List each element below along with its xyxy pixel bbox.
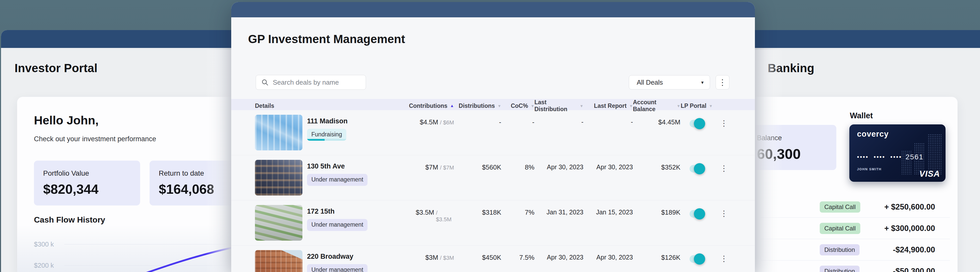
fundraising-progress-bar	[307, 139, 346, 141]
table-row[interactable]: 130 5th Ave Under management $7M/ $7M $5…	[231, 155, 755, 200]
transaction-amount: + $250,600.00	[884, 202, 935, 212]
last-distribution-value: Apr 30, 2023	[547, 163, 584, 171]
contributions-total: / $3.5M	[436, 209, 454, 223]
column-header-contributions[interactable]: Contributions ▲	[416, 103, 454, 109]
column-header-last-report[interactable]: Last Report ▼	[584, 103, 633, 109]
deal-thumbnail	[255, 205, 302, 240]
filter-caret-icon: ▼	[676, 104, 680, 108]
banking-card: Balance 60,300 Wallet covercy •••• •••• …	[738, 97, 958, 272]
status-badge: Fundraising	[307, 129, 346, 141]
lp-portal-toggle[interactable]	[690, 165, 704, 172]
last-distribution-value: Jan 31, 2023	[546, 209, 584, 216]
balance-value: 60,300	[757, 145, 827, 162]
contributions-total: / $3M	[440, 254, 454, 261]
lp-portal-toggle[interactable]	[690, 210, 704, 218]
account-balance-value: $189K	[661, 209, 680, 217]
column-header-distributions[interactable]: Distributions ▼	[454, 103, 501, 109]
table-options-button[interactable]: ⋮	[716, 75, 729, 90]
row-menu-icon[interactable]: ⋮	[720, 164, 728, 172]
transaction-row: Distribution -$24,900.00	[760, 239, 950, 261]
transaction-row: Capital Call + $250,600.00	[760, 196, 950, 218]
status-badge: Under management	[307, 174, 368, 186]
deal-search[interactable]	[256, 75, 366, 90]
metric-label: Portfolio Value	[43, 169, 131, 177]
transaction-row: Capital Call + $300,000.00	[760, 218, 950, 239]
row-menu-icon[interactable]: ⋮	[720, 210, 728, 217]
cash-flow-curve	[83, 240, 237, 272]
transaction-type-badge: Distribution	[820, 266, 859, 272]
account-balance-value: $126K	[661, 254, 680, 261]
distributions-value: $318K	[482, 209, 501, 217]
last-report-value: Apr 30, 2023	[597, 163, 633, 171]
card-holder: JOHN SMITH	[857, 167, 881, 171]
last-report-value: Apr 30, 2023	[597, 254, 633, 261]
column-header-coc[interactable]: CoC% ▼	[501, 103, 535, 109]
last-report-value: Jan 15, 2023	[596, 209, 633, 216]
filter-caret-icon: ▼	[497, 104, 501, 108]
transaction-row: Distribution -$50,300.00	[760, 261, 950, 272]
distributions-value: -	[499, 118, 501, 126]
row-menu-icon[interactable]: ⋮	[720, 119, 728, 127]
transaction-amount: + $300,000.00	[884, 224, 935, 233]
covercy-logo: covercy	[857, 130, 889, 139]
deal-filter-dropdown[interactable]: All Deals ▾	[629, 75, 710, 90]
visa-logo: VISA	[919, 169, 940, 179]
lp-portal-toggle[interactable]	[690, 120, 704, 128]
banking-title: Banking	[768, 61, 815, 75]
search-input[interactable]	[273, 79, 361, 86]
filter-caret-icon: ▼	[629, 104, 633, 108]
deal-name[interactable]: 220 Broadway	[307, 253, 368, 261]
metric-cards: Portfolio Value $820,344 Return to date …	[34, 161, 256, 206]
contributions-value: $7M	[425, 163, 438, 171]
sort-ascending-icon: ▲	[450, 103, 454, 108]
desktop-backdrop: Investor Portal Hello John, Check out yo…	[0, 0, 980, 272]
contributions-value: $3M	[425, 254, 438, 261]
y-tick-label: $300 k	[34, 240, 54, 248]
row-menu-icon[interactable]: ⋮	[720, 255, 728, 263]
wallet-heading: Wallet	[850, 111, 873, 120]
transaction-amount: -$24,900.00	[893, 245, 935, 255]
deal-name[interactable]: 130 5th Ave	[307, 162, 368, 170]
deal-thumbnail	[255, 160, 302, 196]
balance-card: Balance 60,300	[748, 125, 836, 170]
coc-value: 8%	[525, 163, 535, 171]
transaction-type-badge: Capital Call	[820, 223, 860, 234]
gp-investment-window: GP Investment Management All Deals ▾ ⋮	[231, 2, 755, 272]
table-row[interactable]: 111 Madison Fundraising $4.5M/ $6M - - -…	[231, 110, 755, 155]
filter-caret-icon: ▼	[709, 104, 713, 108]
column-header-lp-portal[interactable]: LP Portal ▼	[680, 103, 713, 109]
banking-titlebar	[748, 30, 980, 48]
transaction-type-badge: Distribution	[820, 244, 859, 255]
filter-caret-icon: ▼	[579, 104, 584, 108]
deal-thumbnail	[255, 115, 302, 150]
investor-portal-title: Investor Portal	[14, 61, 97, 75]
contributions-value: $3.5M	[416, 209, 434, 217]
card-last4: 2561	[905, 153, 923, 161]
last-distribution-value: Apr 30, 2023	[547, 254, 584, 261]
filter-caret-icon: ▼	[531, 104, 535, 108]
status-badge: Under management	[307, 264, 368, 272]
deal-name[interactable]: 111 Madison	[307, 117, 348, 125]
masked-digits: •••• •••• ••••	[857, 153, 902, 161]
contributions-value: $4.5M	[420, 118, 438, 126]
greeting-heading: Hello John,	[34, 113, 99, 127]
credit-card[interactable]: covercy •••• •••• •••• 2561 JOHN SMITH V…	[850, 124, 945, 182]
last-report-value: -	[631, 118, 633, 126]
lp-portal-toggle[interactable]	[690, 255, 704, 263]
account-balance-value: $4.45M	[658, 118, 680, 126]
greeting-subtitle: Check out your investment performance	[34, 135, 156, 143]
kebab-menu-icon: ⋮	[718, 78, 727, 86]
distributions-value: $450K	[482, 254, 501, 261]
cash-flow-chart-title: Cash Flow History	[34, 215, 105, 225]
balance-label: Balance	[757, 134, 827, 142]
table-row[interactable]: 220 Broadway Under management $3M/ $3M $…	[231, 245, 755, 272]
last-distribution-value: -	[581, 118, 584, 126]
gp-page-title: GP Investment Management	[248, 32, 405, 46]
deal-thumbnail	[255, 250, 302, 272]
transactions-list: Capital Call + $250,600.00 Capital Call …	[760, 196, 950, 272]
table-row[interactable]: 172 15th Under management $3.5M/ $3.5M $…	[231, 200, 755, 245]
coc-value: 7%	[525, 209, 535, 217]
deal-name[interactable]: 172 15th	[307, 207, 368, 215]
gp-window-titlebar	[231, 2, 755, 17]
column-header-details[interactable]: Details	[255, 103, 416, 109]
